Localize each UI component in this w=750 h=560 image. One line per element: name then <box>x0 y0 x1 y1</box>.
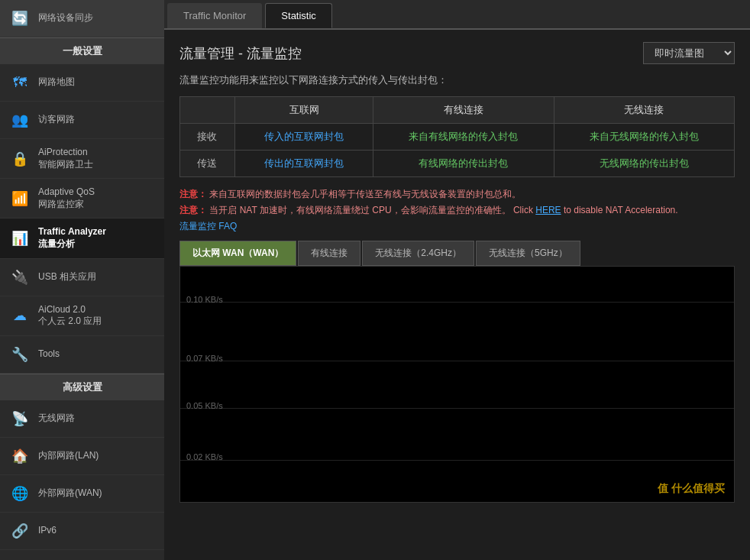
sidebar-item-aicloud[interactable]: ☁ AiCloud 2.0个人云 2.0 应用 <box>0 296 164 336</box>
adaptive-qos-icon: 📶 <box>9 188 31 209</box>
monitor-tabs: 以太网 WAN（WAN） 有线连接 无线连接（2.4GHz） 无线连接（5GHz… <box>179 241 735 266</box>
notice-text-2: 当开启 NAT 加速时，有线网络流量绕过 CPU，会影响流量监控的准确性。 Cl… <box>209 205 535 215</box>
tab-traffic-monitor[interactable]: Traffic Monitor <box>167 3 262 28</box>
aiprotection-icon: 🔒 <box>9 148 31 170</box>
tab-bar: Traffic Monitor Statistic <box>164 0 750 30</box>
wireless-icon: 📡 <box>9 408 31 429</box>
table-row: 接收 传入的互联网封包 来自有线网络的传入封包 来自无线网络的传入封包 <box>180 124 735 151</box>
chart-label-3: 0.05 KB/s <box>186 401 223 410</box>
sidebar-item-label: AiProtection智能网路卫士 <box>38 147 93 170</box>
faq-link[interactable]: 流量监控 FAQ <box>179 220 237 233</box>
content-area: 流量管理 - 流量监控 即时流量图 每日流量图 每月流量图 流量监控功能用来监控… <box>164 30 750 560</box>
info-table: 互联网 有线连接 无线连接 接收 传入的互联网封包 来自有线网络的传入封包 来自… <box>179 96 735 177</box>
traffic-analyzer-icon: 📊 <box>9 228 31 249</box>
sidebar-item-aiprotection[interactable]: 🔒 AiProtection智能网路卫士 <box>0 139 164 179</box>
notice-1: 注意： 来自互联网的数据封包会几乎相等于传送至有线与无线设备装置的封包总和。 <box>179 188 735 201</box>
monitor-tab-wireless-5[interactable]: 无线连接（5GHz） <box>476 241 580 266</box>
cell-send-wired[interactable]: 有线网络的传出封包 <box>373 151 554 177</box>
table-header-wired: 有线连接 <box>373 97 554 124</box>
cell-receive-wireless[interactable]: 来自无线网络的传入封包 <box>554 124 734 151</box>
guest-network-icon: 👥 <box>9 109 31 131</box>
nat-acceleration-link[interactable]: HERE <box>535 205 561 215</box>
sidebar-item-vpn[interactable]: 🛡 VPN <box>0 550 164 560</box>
send-wired-link[interactable]: 有线网络的传出封包 <box>419 157 508 169</box>
sidebar-item-label: AiCloud 2.0个人云 2.0 应用 <box>38 304 102 328</box>
sidebar-item-label: 网路地图 <box>38 76 75 89</box>
table-row: 传送 传出的互联网封包 有线网络的传出封包 无线网络的传出封包 <box>180 151 735 177</box>
row-label-receive: 接收 <box>180 124 235 151</box>
send-wireless-link[interactable]: 无线网络的传出封包 <box>600 157 689 169</box>
sidebar-item-label: 网络设备同步 <box>38 12 93 24</box>
chart-grid: 0.10 KB/s 0.07 KB/s 0.05 KB/s 0.02 KB/s <box>180 267 734 502</box>
sidebar-section-general: 一般设置 <box>0 37 164 64</box>
grid-line-1 <box>180 302 734 303</box>
notice-after-link: to disable NAT Acceleration. <box>564 205 678 215</box>
page-title: 流量管理 - 流量监控 <box>179 44 302 63</box>
sidebar-item-label: Adaptive QoS网路监控家 <box>38 186 95 210</box>
cell-receive-wired[interactable]: 来自有线网络的传入封包 <box>373 124 554 151</box>
sidebar-item-label: IPv6 <box>38 525 57 537</box>
sidebar-item-network-sync[interactable]: 🔄 网络设备同步 <box>0 0 164 37</box>
row-label-send: 传送 <box>180 151 235 177</box>
sidebar: 🔄 网络设备同步 一般设置 🗺 网路地图 👥 访客网路 🔒 AiProtecti… <box>0 0 164 560</box>
sidebar-item-label: USB 相关应用 <box>38 271 96 283</box>
tools-icon: 🔧 <box>9 344 31 365</box>
aicloud-icon: ☁ <box>9 305 31 326</box>
notice-text-1: 来自互联网的数据封包会几乎相等于传送至有线与无线设备装置的封包总和。 <box>209 189 521 199</box>
sidebar-item-ipv6[interactable]: 🔗 IPv6 <box>0 513 164 550</box>
sidebar-item-label: Traffic Analyzer流量分析 <box>38 226 106 250</box>
sidebar-item-adaptive-qos[interactable]: 📶 Adaptive QoS网路监控家 <box>0 179 164 218</box>
sidebar-item-usb-apps[interactable]: 🔌 USB 相关应用 <box>0 259 164 296</box>
network-map-icon: 🗺 <box>9 72 31 93</box>
usb-apps-icon: 🔌 <box>9 267 31 288</box>
notice-label-1: 注意： <box>179 189 207 199</box>
monitor-tab-wired[interactable]: 有线连接 <box>298 241 360 266</box>
sidebar-item-traffic-analyzer[interactable]: 📊 Traffic Analyzer流量分析 <box>0 218 164 258</box>
view-dropdown[interactable]: 即时流量图 每日流量图 每月流量图 <box>643 42 735 64</box>
chart-label-1: 0.10 KB/s <box>186 295 223 304</box>
page-title-row: 流量管理 - 流量监控 即时流量图 每日流量图 每月流量图 <box>179 42 735 64</box>
main-content: Traffic Monitor Statistic 流量管理 - 流量监控 即时… <box>164 0 750 560</box>
table-header-internet: 互联网 <box>234 97 373 124</box>
table-header-empty <box>180 97 235 124</box>
network-sync-icon: 🔄 <box>9 8 31 29</box>
sidebar-item-wan[interactable]: 🌐 外部网路(WAN) <box>0 475 164 513</box>
monitor-tab-wan[interactable]: 以太网 WAN（WAN） <box>179 241 296 266</box>
receive-wired-link[interactable]: 来自有线网络的传入封包 <box>409 131 518 142</box>
notice-2: 注意： 当开启 NAT 加速时，有线网络流量绕过 CPU，会影响流量监控的准确性… <box>179 204 735 217</box>
monitor-tab-wireless-24[interactable]: 无线连接（2.4GHz） <box>362 241 474 266</box>
sidebar-item-network-map[interactable]: 🗺 网路地图 <box>0 64 164 102</box>
sidebar-item-label: 无线网路 <box>38 413 75 425</box>
sidebar-item-label: Tools <box>38 348 60 361</box>
sidebar-item-guest-network[interactable]: 👥 访客网路 <box>0 102 164 139</box>
cell-send-wireless[interactable]: 无线网络的传出封包 <box>554 151 734 177</box>
description-text: 流量监控功能用来监控以下网路连接方式的传入与传出封包： <box>179 73 735 87</box>
sidebar-item-label: 内部网路(LAN) <box>38 450 99 462</box>
sidebar-section-advanced: 高级设置 <box>0 374 164 400</box>
ipv6-icon: 🔗 <box>9 520 31 542</box>
cell-send-internet[interactable]: 传出的互联网封包 <box>234 151 373 177</box>
receive-internet-link[interactable]: 传入的互联网封包 <box>264 131 344 142</box>
wan-icon: 🌐 <box>9 483 31 504</box>
notice-label-2: 注意： <box>179 205 207 215</box>
sidebar-item-wireless[interactable]: 📡 无线网路 <box>0 400 164 438</box>
send-internet-link[interactable]: 传出的互联网封包 <box>264 157 344 169</box>
sidebar-item-tools[interactable]: 🔧 Tools <box>0 336 164 374</box>
lan-icon: 🏠 <box>9 445 31 467</box>
sidebar-item-lan[interactable]: 🏠 内部网路(LAN) <box>0 438 164 475</box>
chart-label-4: 0.02 KB/s <box>186 452 223 461</box>
chart-label-2: 0.07 KB/s <box>186 354 223 363</box>
grid-line-2 <box>180 361 734 361</box>
table-header-wireless: 无线连接 <box>554 97 734 124</box>
cell-receive-internet[interactable]: 传入的互联网封包 <box>234 124 373 151</box>
chart-area: 0.10 KB/s 0.07 KB/s 0.05 KB/s 0.02 KB/s … <box>179 266 735 503</box>
sidebar-item-label: 外部网路(WAN) <box>38 487 102 500</box>
sidebar-item-label: 访客网路 <box>38 114 75 126</box>
receive-wireless-link[interactable]: 来自无线网络的传入封包 <box>590 131 699 142</box>
grid-line-4 <box>180 460 734 461</box>
tab-statistic[interactable]: Statistic <box>265 3 332 28</box>
grid-line-3 <box>180 408 734 409</box>
